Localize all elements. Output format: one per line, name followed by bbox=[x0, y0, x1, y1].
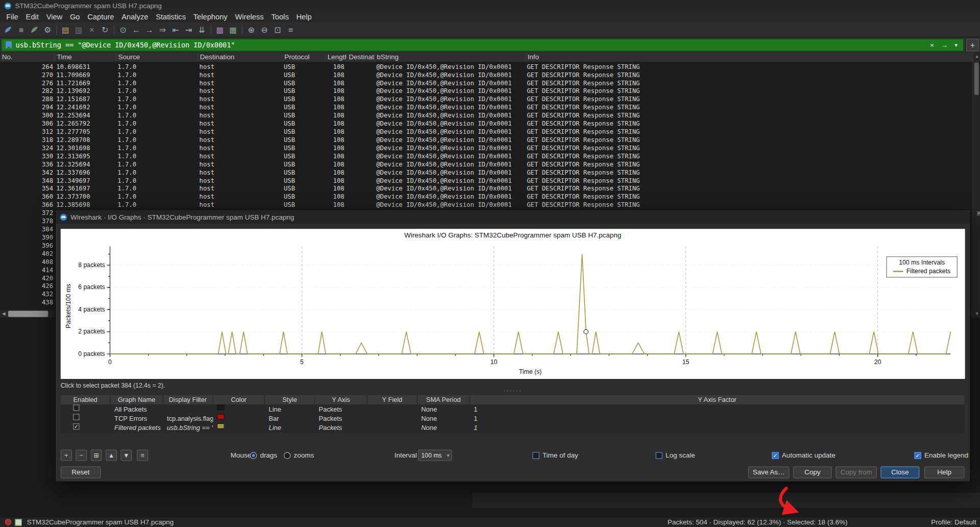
vertical-scrollbar-thumb[interactable] bbox=[974, 62, 979, 95]
find-packet-icon[interactable]: ⊙ bbox=[117, 24, 129, 36]
graph-enabled-checkbox[interactable]: ✓ bbox=[73, 423, 79, 429]
clear-graphs-button[interactable]: ≡ bbox=[137, 449, 148, 461]
graph-enabled-checkbox[interactable] bbox=[73, 414, 79, 420]
filter-bookmark-icon[interactable] bbox=[6, 41, 12, 49]
first-packet-icon[interactable]: ⇤ bbox=[169, 24, 182, 36]
menu-view[interactable]: View bbox=[42, 12, 66, 21]
menu-edit[interactable]: Edit bbox=[22, 12, 42, 21]
move-up-button[interactable]: ▲ bbox=[106, 449, 117, 461]
scroll-down-icon[interactable]: ▼ bbox=[973, 310, 980, 318]
statusbar-profile[interactable]: Profile: Default bbox=[931, 518, 976, 526]
filter-dropdown-icon[interactable]: ▾ bbox=[954, 42, 958, 48]
graph-row[interactable]: TCP Errorstcp.analysis.flagsBarPacketsNo… bbox=[61, 414, 965, 423]
graph-color-swatch[interactable] bbox=[217, 423, 225, 429]
packet-row[interactable]: 34212.3376961.7.0hostUSB108@Device ID/0x… bbox=[0, 168, 972, 176]
go-to-packet-icon[interactable]: ⇒ bbox=[156, 24, 168, 36]
menu-capture[interactable]: Capture bbox=[84, 12, 118, 21]
display-filter-input[interactable]: usb.bString == "@Device ID/0x450,@Revisi… bbox=[1, 39, 964, 51]
packet-row[interactable]: 30012.2536941.7.0hostUSB108@Device ID/0x… bbox=[0, 111, 972, 119]
mouse-zooms-radio[interactable] bbox=[284, 452, 290, 459]
time-of-day-checkbox[interactable] bbox=[532, 452, 539, 459]
menu-wireless[interactable]: Wireless bbox=[231, 12, 267, 21]
column-header-time[interactable]: Time bbox=[55, 53, 116, 62]
menu-telephony[interactable]: Telephony bbox=[189, 12, 231, 21]
graph-enabled-checkbox[interactable] bbox=[73, 404, 79, 411]
automatic-update-checkbox[interactable] bbox=[772, 452, 778, 459]
mouse-drags-radio[interactable] bbox=[250, 452, 257, 459]
scroll-up-icon[interactable]: ▲ bbox=[973, 53, 980, 60]
dialog-close-button[interactable]: × bbox=[970, 210, 980, 217]
packet-row[interactable]: 35412.3616971.7.0hostUSB108@Device ID/0x… bbox=[0, 184, 972, 193]
reset-button[interactable]: Reset bbox=[61, 466, 101, 478]
restart-capture-icon[interactable] bbox=[28, 24, 40, 36]
stop-capture-icon[interactable]: ■ bbox=[15, 24, 27, 36]
packet-row[interactable]: 27011.7096691.7.0hostUSB108@Device ID/0x… bbox=[0, 70, 972, 79]
log-scale-checkbox[interactable] bbox=[655, 452, 662, 459]
packet-row[interactable]: 26410.6986311.7.0hostUSB108@Device ID/0x… bbox=[0, 62, 972, 70]
dialog-close-action-button[interactable]: Close bbox=[880, 466, 919, 478]
start-capture-icon[interactable] bbox=[2, 24, 14, 36]
graph-row[interactable]: All PacketsLinePacketsNone1 bbox=[61, 404, 965, 414]
column-header-bstring[interactable]: bString bbox=[375, 53, 526, 62]
zoom-original-icon[interactable]: ⊡ bbox=[271, 24, 283, 36]
scroll-left-icon[interactable]: ◀ bbox=[0, 310, 8, 318]
move-down-button[interactable]: ▼ bbox=[120, 449, 132, 461]
menu-go[interactable]: Go bbox=[66, 12, 84, 21]
graph-color-swatch[interactable] bbox=[217, 404, 225, 410]
go-back-icon[interactable]: ← bbox=[130, 24, 142, 36]
copy-button[interactable]: Copy bbox=[793, 466, 832, 478]
packet-row[interactable]: 36012.3737001.7.0hostUSB108@Device ID/0x… bbox=[0, 193, 972, 201]
reload-icon[interactable]: ↻ bbox=[99, 24, 111, 36]
save-file-icon[interactable]: ▥ bbox=[72, 24, 85, 36]
column-header-length[interactable]: Length bbox=[326, 53, 347, 62]
packet-row[interactable]: 32412.3016981.7.0hostUSB108@Device ID/0x… bbox=[0, 144, 972, 152]
packet-row[interactable]: 29412.2416921.7.0hostUSB108@Device ID/0x… bbox=[0, 103, 972, 111]
colorize-icon[interactable]: ▩ bbox=[214, 24, 226, 36]
capture-options-icon[interactable]: ⚙ bbox=[41, 24, 54, 36]
packet-row[interactable]: 36612.3856981.7.0hostUSB108@Device ID/0x… bbox=[0, 201, 972, 209]
graph-color-swatch[interactable] bbox=[217, 414, 225, 420]
io-graph-chart[interactable]: Wireshark I/O Graphs: STM32CubeProgramme… bbox=[61, 229, 965, 379]
column-header-source[interactable]: Source bbox=[116, 53, 198, 62]
add-filter-button[interactable]: + bbox=[966, 39, 978, 51]
auto-scroll-icon[interactable]: ⇊ bbox=[195, 24, 208, 36]
horizontal-scrollbar-thumb[interactable] bbox=[8, 311, 48, 317]
column-header-destinati[interactable]: Destinati bbox=[347, 53, 375, 62]
duplicate-graph-button[interactable]: ⊞ bbox=[91, 449, 102, 461]
column-header-protocol[interactable]: Protocol bbox=[282, 53, 325, 62]
menu-statistics[interactable]: Statistics bbox=[152, 12, 189, 21]
menu-analyze[interactable]: Analyze bbox=[118, 12, 152, 21]
packet-row[interactable]: 34812.3496971.7.0hostUSB108@Device ID/0x… bbox=[0, 176, 972, 184]
filter-clear-icon[interactable]: × bbox=[930, 41, 934, 49]
packet-row[interactable]: 31812.2897081.7.0hostUSB108@Device ID/0x… bbox=[0, 136, 972, 144]
close-file-icon[interactable]: × bbox=[86, 24, 98, 36]
save-as-button[interactable]: Save As… bbox=[748, 466, 790, 478]
go-forward-icon[interactable]: → bbox=[143, 24, 155, 36]
last-packet-icon[interactable]: ⇥ bbox=[183, 24, 195, 36]
packet-row[interactable]: 30612.2657921.7.0hostUSB108@Device ID/0x… bbox=[0, 119, 972, 128]
splitter-handle[interactable]: ······ bbox=[56, 389, 970, 394]
packet-row[interactable]: 28812.1516871.7.0hostUSB108@Device ID/0x… bbox=[0, 95, 972, 103]
interval-dropdown[interactable]: 100 ms ▾ bbox=[418, 449, 452, 461]
capture-file-properties-icon[interactable] bbox=[15, 519, 21, 525]
zoom-out-icon[interactable]: ⊖ bbox=[258, 24, 271, 36]
graph-row[interactable]: ✓Filtered packetsusb.bString == "…LinePa… bbox=[61, 423, 965, 433]
packet-row[interactable]: 33012.3136951.7.0hostUSB108@Device ID/0x… bbox=[0, 152, 972, 160]
coloring-rules-icon[interactable]: ▦ bbox=[227, 24, 239, 36]
filter-apply-icon[interactable]: → bbox=[941, 41, 947, 49]
column-header-info[interactable]: Info bbox=[526, 53, 973, 62]
open-file-icon[interactable]: ▤ bbox=[59, 24, 71, 36]
expert-info-icon[interactable] bbox=[5, 519, 11, 525]
add-graph-button[interactable]: + bbox=[61, 449, 72, 461]
packet-list-vertical-scrollbar[interactable]: ▲ ▼ bbox=[972, 53, 980, 318]
remove-graph-button[interactable]: − bbox=[76, 449, 87, 461]
packet-row[interactable]: 28212.1396921.7.0hostUSB108@Device ID/0x… bbox=[0, 87, 972, 95]
zoom-in-icon[interactable]: ⊕ bbox=[245, 24, 257, 36]
help-button[interactable]: Help bbox=[924, 466, 964, 478]
packet-row[interactable]: 33612.3256941.7.0hostUSB108@Device ID/0x… bbox=[0, 160, 972, 168]
resize-columns-icon[interactable]: ≡ bbox=[284, 24, 297, 36]
column-header-destination[interactable]: Destination bbox=[198, 53, 282, 62]
enable-legend-checkbox[interactable] bbox=[914, 452, 921, 459]
copy-from-button[interactable]: Copy from bbox=[836, 466, 877, 478]
menu-help[interactable]: Help bbox=[292, 12, 315, 21]
